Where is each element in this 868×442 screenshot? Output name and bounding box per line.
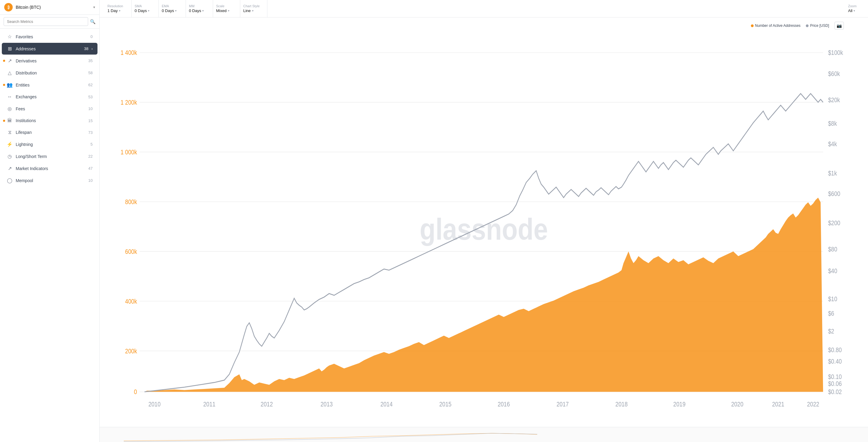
zoom-selector[interactable]: Zoom All ▾ xyxy=(845,0,863,17)
y-right-label: $60k xyxy=(828,70,840,77)
legend-price: Price [USD] xyxy=(806,24,829,28)
y-left-label: 600k xyxy=(125,248,137,255)
ema-selector[interactable]: EMA 0 Days ▾ xyxy=(159,0,186,17)
entities-icon: 👥 xyxy=(7,82,13,88)
sidebar-item-mempool[interactable]: ◯ Mempool 10 xyxy=(2,175,97,186)
chevron-down-icon: ▾ xyxy=(228,9,229,12)
sidebar-item-distribution[interactable]: △ Distribution 58 xyxy=(2,67,97,79)
sidebar-item-label: Addresses xyxy=(16,46,81,51)
y-right-label: $8k xyxy=(828,120,837,127)
resolution-selector[interactable]: Resolution 1 Day ▾ xyxy=(104,0,132,17)
sidebar-item-count: 38 xyxy=(84,46,88,51)
sma-selector[interactable]: SMA 0 Days ▾ xyxy=(132,0,159,17)
search-input[interactable] xyxy=(4,17,88,26)
sidebar-item-label: Exchanges xyxy=(16,94,85,99)
exchanges-icon: ↔ xyxy=(7,94,13,100)
sidebar-item-count: 35 xyxy=(88,59,93,63)
x-label: 2011 xyxy=(203,401,215,408)
scale-label: Scale xyxy=(216,4,224,8)
chart-container: Number of Active Addresses Price [USD] 📷… xyxy=(100,18,868,427)
sidebar-item-label: Lifespan xyxy=(16,130,85,135)
sidebar-item-favorites[interactable]: ☆ Favorites 0 xyxy=(2,31,97,42)
screenshot-button[interactable]: 📷 xyxy=(835,22,844,30)
sidebar: ₿ Bitcoin (BTC) ▾ 🔍 ☆ Favorites 0 ⊞ Addr… xyxy=(0,0,100,442)
x-label: 2014 xyxy=(380,401,392,408)
institutions-icon: 🏛 xyxy=(7,118,13,123)
y-right-label: $0.40 xyxy=(828,358,842,365)
legend-active-addresses-label: Number of Active Addresses xyxy=(755,24,801,28)
sidebar-item-fees[interactable]: ◎ Fees 10 xyxy=(2,103,97,114)
sidebar-item-count: 5 xyxy=(91,142,93,146)
sidebar-item-label: Distribution xyxy=(16,71,85,75)
x-label: 2017 xyxy=(557,401,568,408)
chevron-down-icon: ▾ xyxy=(854,9,855,12)
chevron-down-icon: ▾ xyxy=(148,9,149,12)
chevron-down-icon: ▾ xyxy=(175,9,177,12)
mm-selector[interactable]: MM 0 Days ▾ xyxy=(186,0,213,17)
legend-dot-orange xyxy=(751,25,754,27)
x-label: 2021 xyxy=(772,401,784,408)
y-left-label: 800k xyxy=(125,198,137,205)
chevron-down-icon: ▾ xyxy=(202,9,204,12)
sidebar-item-entities[interactable]: 👥 Entities 62 xyxy=(2,79,97,91)
scale-selector[interactable]: Scale Mixed ▾ xyxy=(213,0,240,17)
x-label: 2018 xyxy=(615,401,627,408)
sidebar-item-count: 62 xyxy=(88,82,93,87)
y-right-label: $0.02 xyxy=(828,388,842,396)
chevron-down-icon: ▾ xyxy=(93,5,95,9)
y-right-label: $10 xyxy=(828,296,837,303)
sidebar-item-exchanges[interactable]: ↔ Exchanges 53 xyxy=(2,91,97,103)
chartstyle-label: Chart Style xyxy=(243,4,259,8)
sidebar-item-label: Market Indicators xyxy=(16,166,85,171)
y-left-label: 200k xyxy=(125,347,137,354)
sidebar-item-market[interactable]: ↗ Market Indicators 47 xyxy=(2,163,97,174)
sidebar-item-label: Lightning xyxy=(16,142,88,147)
sidebar-item-derivatives[interactable]: ↗ Derivatives 35 xyxy=(2,55,97,67)
x-label: 2016 xyxy=(498,401,510,408)
mm-label: MM xyxy=(189,4,194,8)
sidebar-item-lifespan[interactable]: ⧖ Lifespan 73 xyxy=(2,127,97,138)
sidebar-item-count: 15 xyxy=(88,118,93,123)
legend-dot-gray xyxy=(806,25,809,27)
y-left-label: 1 200k xyxy=(120,99,137,106)
sidebar-item-count: 10 xyxy=(88,106,93,111)
y-left-label: 1 400k xyxy=(120,49,137,56)
dot-indicator xyxy=(3,84,5,86)
nav-list: ☆ Favorites 0 ⊞ Addresses 38 › ↗ Derivat… xyxy=(0,29,99,442)
mini-chart xyxy=(100,427,868,442)
coin-selector[interactable]: ₿ Bitcoin (BTC) ▾ xyxy=(0,0,99,15)
toolbar: Resolution 1 Day ▾ SMA 0 Days ▾ EMA 0 Da… xyxy=(100,0,868,18)
x-label: 2019 xyxy=(673,401,685,408)
sidebar-item-label: Favorites xyxy=(16,34,88,39)
ema-value: 0 Days ▾ xyxy=(162,8,177,13)
mm-value: 0 Days ▾ xyxy=(189,8,204,13)
resolution-value: 1 Day ▾ xyxy=(107,8,120,13)
x-label: 2015 xyxy=(439,401,451,408)
longshort-icon: ◷ xyxy=(7,154,13,159)
sidebar-item-count: 0 xyxy=(91,34,93,39)
zoom-value: All ▾ xyxy=(848,8,855,13)
sidebar-item-lightning[interactable]: ⚡ Lightning 5 xyxy=(2,138,97,150)
zoom-label: Zoom xyxy=(848,4,857,8)
sidebar-item-institutions[interactable]: 🏛 Institutions 15 xyxy=(2,115,97,126)
mempool-icon: ◯ xyxy=(7,178,13,183)
sidebar-item-count: 10 xyxy=(88,178,93,183)
y-right-label: $40 xyxy=(828,267,837,274)
ema-label: EMA xyxy=(162,4,169,8)
grid-icon: ⊞ xyxy=(7,46,13,52)
y-left-label: 0 xyxy=(134,388,137,396)
sidebar-item-label: Mempool xyxy=(16,178,85,183)
main-content: Resolution 1 Day ▾ SMA 0 Days ▾ EMA 0 Da… xyxy=(100,0,868,442)
y-left-label: 1 000k xyxy=(120,149,137,156)
y-right-label: $4k xyxy=(828,140,837,147)
search-button[interactable]: 🔍 xyxy=(90,19,96,25)
legend-active-addresses: Number of Active Addresses xyxy=(751,24,801,28)
sidebar-item-longshort[interactable]: ◷ Long/Short Term 22 xyxy=(2,150,97,162)
y-right-label: $100k xyxy=(828,49,843,56)
lightning-icon: ⚡ xyxy=(7,141,13,147)
y-right-label: $2 xyxy=(828,328,834,335)
sidebar-item-addresses[interactable]: ⊞ Addresses 38 › xyxy=(2,43,97,55)
chartstyle-selector[interactable]: Chart Style Line ▾ xyxy=(240,0,268,17)
sma-label: SMA xyxy=(134,4,142,8)
sidebar-item-count: 53 xyxy=(88,95,93,99)
